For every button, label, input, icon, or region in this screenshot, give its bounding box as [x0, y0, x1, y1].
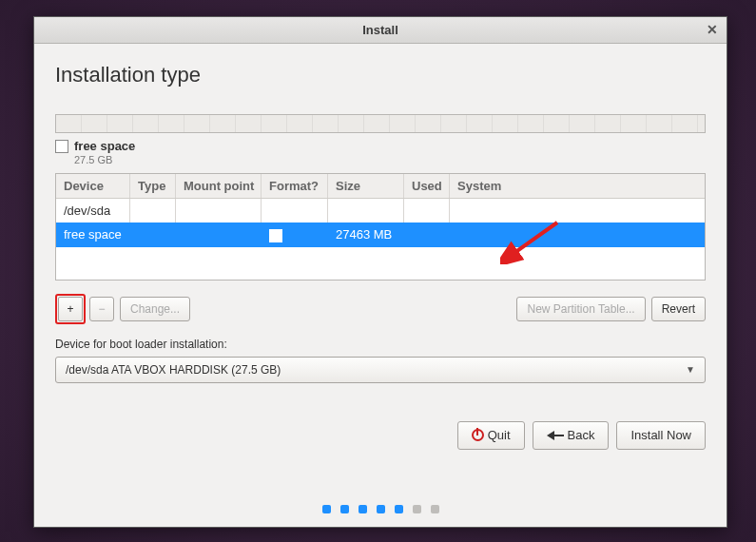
cell-size: 27463 MB [328, 223, 404, 247]
progress-dot [431, 505, 439, 513]
progress-dot [340, 505, 349, 513]
chevron-down-icon: ▼ [686, 364, 695, 375]
col-format[interactable]: Format? [262, 174, 328, 198]
partition-table[interactable]: Device Type Mount point Format? Size Use… [55, 173, 706, 281]
cell-format [262, 223, 328, 247]
col-size[interactable]: Size [328, 174, 404, 198]
table-row[interactable]: /dev/sda [56, 199, 705, 223]
window-title: Install [362, 23, 398, 37]
partition-toolbar: + − Change... New Partition Table... Rev… [55, 294, 706, 324]
add-button-highlight: + [55, 294, 86, 324]
arrow-left-icon [547, 431, 564, 440]
summary-color-swatch [55, 140, 68, 153]
install-label: Install Now [630, 428, 691, 442]
progress-dot [377, 505, 385, 513]
change-partition-button[interactable]: Change... [120, 297, 190, 321]
close-icon[interactable]: ✕ [704, 21, 721, 38]
progress-dot [395, 505, 403, 513]
progress-dots [34, 505, 727, 513]
cell-device: free space [56, 223, 130, 247]
summary-size: 27.5 GB [74, 154, 135, 165]
back-button[interactable]: Back [533, 421, 610, 450]
back-label: Back [568, 428, 595, 442]
titlebar: Install ✕ [34, 17, 727, 44]
add-partition-button[interactable]: + [58, 297, 83, 321]
progress-dot [359, 505, 367, 513]
table-header: Device Type Mount point Format? Size Use… [56, 174, 705, 199]
col-type[interactable]: Type [130, 174, 176, 198]
progress-dot [322, 505, 331, 513]
summary-row: free space 27.5 GB [55, 139, 706, 165]
cell-device: /dev/sda [56, 199, 130, 223]
bootloader-label: Device for boot loader installation: [55, 338, 706, 351]
revert-button[interactable]: Revert [651, 297, 706, 321]
format-checkbox[interactable] [269, 229, 282, 242]
remove-partition-button[interactable]: − [89, 297, 114, 321]
col-mount[interactable]: Mount point [176, 174, 262, 198]
install-now-button[interactable]: Install Now [616, 421, 706, 450]
col-system[interactable]: System [450, 174, 705, 198]
new-partition-table-button[interactable]: New Partition Table... [516, 297, 645, 321]
partition-usage-bar [55, 114, 706, 133]
installer-window: Install ✕ Installation type free space 2… [33, 16, 727, 528]
col-used[interactable]: Used [404, 174, 450, 198]
summary-label: free space [74, 139, 135, 153]
quit-label: Quit [488, 428, 511, 442]
content-area: Installation type free space 27.5 GB Dev… [34, 44, 727, 527]
bootloader-select[interactable]: /dev/sda ATA VBOX HARDDISK (27.5 GB) ▼ [55, 357, 706, 383]
bootloader-value: /dev/sda ATA VBOX HARDDISK (27.5 GB) [66, 363, 281, 377]
footer-buttons: Quit Back Install Now [55, 421, 706, 450]
table-empty-space [56, 247, 705, 280]
quit-button[interactable]: Quit [457, 421, 525, 450]
table-row[interactable]: free space 27463 MB [56, 223, 705, 247]
progress-dot [413, 505, 421, 513]
col-device[interactable]: Device [56, 174, 130, 198]
page-title: Installation type [55, 63, 706, 87]
power-icon [472, 429, 484, 441]
